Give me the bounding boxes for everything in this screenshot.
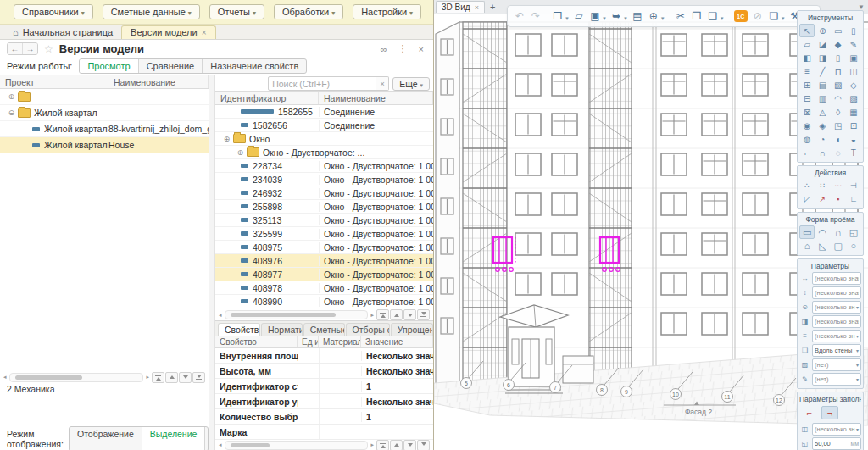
- open-icon[interactable]: ▱: [571, 8, 587, 25]
- tool-icon[interactable]: ▤: [815, 78, 830, 92]
- go-up-button[interactable]: [390, 440, 403, 450]
- table-row[interactable]: 325113Окно - Двустворчатое: 1 000,00 мм …: [215, 214, 433, 227]
- shape-icon[interactable]: ◠: [815, 225, 830, 239]
- go-up-button[interactable]: [165, 372, 178, 383]
- menu-otchety[interactable]: Отчеты▾: [209, 4, 264, 19]
- undo-icon[interactable]: ↶: [512, 8, 527, 25]
- sync-icon[interactable]: ⊘: [750, 8, 765, 25]
- action-icon[interactable]: ⊣: [846, 179, 861, 192]
- tab-normatives[interactable]: Нормативы: [261, 323, 303, 336]
- table-row[interactable]: 228734Окно - Двустворчатое: 1 000,00 мм …: [215, 159, 433, 173]
- tab-estimate[interactable]: Сметные ...: [303, 323, 345, 336]
- shape-icon[interactable]: ∩: [831, 225, 846, 239]
- column-project[interactable]: Проект: [0, 75, 108, 88]
- mode-assign-button[interactable]: Назначение свойств: [202, 59, 306, 73]
- shape-icon[interactable]: ◱: [846, 225, 861, 239]
- go-down-button[interactable]: [403, 309, 416, 320]
- property-row[interactable]: Внутренняя площадь вну...Несколько знач.: [215, 348, 433, 364]
- table-group-row[interactable]: ⊕Окно: [215, 132, 433, 146]
- tool-icon[interactable]: ╱: [815, 64, 830, 78]
- tool-icon[interactable]: ▧: [831, 78, 846, 92]
- level-select[interactable]: (несколько зн▾: [812, 330, 861, 342]
- new-tab-button[interactable]: +: [485, 2, 500, 12]
- shape-circle-icon[interactable]: ○: [846, 239, 861, 253]
- hatch-select[interactable]: (нет)▾: [812, 358, 861, 371]
- chevron-down-icon[interactable]: ▼: [660, 16, 665, 21]
- more-menu-icon[interactable]: ⋮: [396, 43, 410, 54]
- tab-3d-view[interactable]: 3D Вид×: [436, 1, 485, 13]
- tool-icon[interactable]: ◈: [815, 119, 830, 132]
- tab-selections[interactable]: Отборы об...: [346, 323, 390, 336]
- tool-icon[interactable]: ▥: [815, 92, 830, 105]
- column-name[interactable]: Наименование: [108, 75, 209, 88]
- tool-icon[interactable]: ▭: [831, 24, 846, 37]
- scroll-right-icon[interactable]: ▸: [146, 374, 149, 381]
- tool-icon[interactable]: ⊕: [815, 24, 830, 37]
- display-button[interactable]: Отображение: [70, 427, 142, 450]
- scroll-left-icon[interactable]: ◂: [219, 312, 222, 319]
- table-row[interactable]: 246932Окно - Двустворчатое: 1 000,00 мм …: [215, 186, 433, 200]
- go-first-button[interactable]: [152, 372, 164, 383]
- mode-view-button[interactable]: Просмотр: [80, 59, 137, 73]
- property-row[interactable]: Количество выбранных1: [215, 409, 433, 425]
- table-row-selected[interactable]: 408976Окно - Двустворчатое: 1 000,00 мм …: [215, 254, 433, 268]
- tool-icon[interactable]: ◬: [815, 105, 830, 119]
- shape-icon[interactable]: ▢: [831, 239, 846, 253]
- tab-model-versions[interactable]: Версии модели×: [121, 25, 215, 39]
- property-row[interactable]: Марка: [215, 425, 433, 440]
- table-row[interactable]: 234039Окно - Двустворчатое: 1 000,00 мм …: [215, 173, 433, 186]
- paste-icon[interactable]: ❑: [705, 8, 721, 25]
- redo-icon[interactable]: ↷: [528, 8, 543, 25]
- scrollbar-thumb[interactable]: [231, 313, 337, 317]
- fill-style-select[interactable]: (несколько зн▾: [812, 423, 861, 436]
- table-row[interactable]: 408990Окно - Двустворчатое: 1 000,00 мм …: [215, 295, 433, 308]
- tool-icon[interactable]: ▯: [846, 24, 861, 37]
- column-property[interactable]: Свойство: [215, 336, 298, 347]
- tool-icon[interactable]: ▨: [846, 92, 861, 105]
- tool-icon[interactable]: ◉: [799, 119, 815, 132]
- scroll-right-icon[interactable]: ▸: [370, 312, 374, 319]
- tree-row[interactable]: Жилой квартал88-kvartirnij_zhiloj_dom_g.…: [0, 121, 209, 137]
- tool-icon[interactable]: ▱: [799, 37, 815, 51]
- scrollbar-track[interactable]: [225, 310, 369, 319]
- favorite-star-icon[interactable]: ☆: [44, 43, 53, 55]
- property-row[interactable]: Высота, ммНесколько знач.: [215, 364, 433, 379]
- tool-icon[interactable]: ▯: [831, 51, 846, 64]
- mark-select[interactable]: (нет)▾: [812, 373, 861, 386]
- more-button[interactable]: Еще ▾: [392, 77, 430, 91]
- tool-icon[interactable]: ◠: [831, 92, 846, 105]
- go-first-button[interactable]: [376, 309, 389, 320]
- tool-icon[interactable]: ⊓: [831, 64, 846, 78]
- scrollbar-track[interactable]: [9, 373, 144, 382]
- export-icon[interactable]: ➥: [609, 8, 624, 25]
- fill-offset-field[interactable]: 50,00мм: [812, 437, 861, 450]
- tool-icon[interactable]: ◪: [815, 37, 830, 51]
- splitter[interactable]: [209, 75, 215, 450]
- tool-icon[interactable]: ◳: [831, 119, 846, 132]
- tool-icon[interactable]: ◔: [815, 132, 830, 146]
- menu-obrabotki[interactable]: Обработки▾: [274, 4, 343, 19]
- scroll-right-icon[interactable]: ▸: [370, 442, 374, 448]
- table-row-selected[interactable]: 408977Окно - Двустворчатое: 1 000,00 мм …: [215, 268, 433, 281]
- table-group-row[interactable]: ⊕Окно - Двустворчатое: ...: [215, 146, 433, 159]
- column-identifier[interactable]: Идентификатор: [215, 92, 319, 104]
- column-material[interactable]: Материал...: [319, 336, 361, 347]
- action-icon[interactable]: ▪: [831, 192, 846, 206]
- action-icon[interactable]: ∷: [815, 179, 830, 192]
- action-icon[interactable]: ↗: [815, 192, 830, 206]
- layers-icon[interactable]: ❏: [766, 8, 782, 25]
- column-unit[interactable]: Ед изм: [298, 336, 319, 347]
- go-last-button[interactable]: [417, 440, 430, 450]
- clear-search-icon[interactable]: ×: [376, 76, 389, 91]
- table-row[interactable]: 1582656Соединение: [215, 119, 433, 132]
- scroll-left-icon[interactable]: ◂: [219, 442, 222, 448]
- property-row[interactable]: Идентификатор стиля ар...1: [215, 379, 433, 394]
- expand-icon[interactable]: ⊕: [215, 135, 231, 143]
- style-select[interactable]: (несколько зн▾: [812, 301, 861, 314]
- mode-compare-button[interactable]: Сравнение: [138, 59, 203, 73]
- tab-home[interactable]: ⌂Начальная страница: [4, 26, 121, 39]
- tool-icon[interactable]: ◨: [815, 51, 830, 64]
- elevation-field[interactable]: (несколько знач: [812, 315, 861, 328]
- scrollbar-thumb[interactable]: [15, 375, 83, 380]
- scrollbar-track[interactable]: [225, 441, 369, 450]
